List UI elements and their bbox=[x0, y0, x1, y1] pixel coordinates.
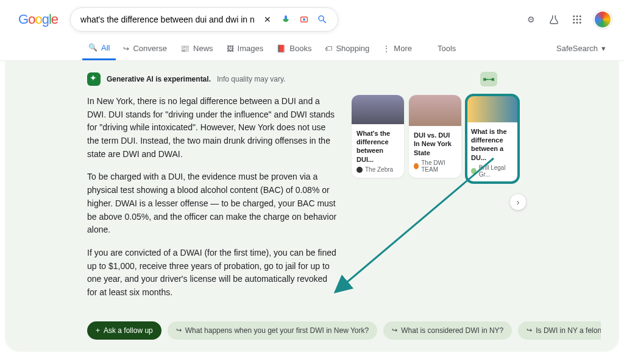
source-card[interactable]: DUI vs. DUI In New York State The DWI TE… bbox=[409, 95, 461, 178]
svg-point-10 bbox=[580, 22, 581, 24]
card-title: DUI vs. DUI In New York State bbox=[409, 126, 461, 159]
search-tabs: 🔍All ↪Converse 📰News 🖼Images 📕Books 🏷Sho… bbox=[0, 37, 624, 61]
tab-all[interactable]: 🔍All bbox=[82, 37, 116, 60]
source-card-highlighted[interactable]: What is the difference between a DU... B… bbox=[466, 95, 519, 183]
followup-chip[interactable]: ↪Is DWI in NY a felony bbox=[518, 321, 601, 340]
followup-chip[interactable]: ↪What happens when you get your first DW… bbox=[168, 321, 377, 340]
followup-chip[interactable]: ↪What is considered DWI in NY? bbox=[383, 321, 512, 340]
search-icon[interactable] bbox=[317, 14, 328, 25]
account-avatar[interactable] bbox=[594, 10, 612, 29]
card-image bbox=[352, 95, 404, 124]
tab-more[interactable]: ⋮More bbox=[377, 37, 418, 60]
svg-point-9 bbox=[576, 22, 578, 24]
tab-news[interactable]: 📰News bbox=[174, 37, 219, 60]
card-source: The DWI TEAM bbox=[409, 159, 461, 178]
followup-chips: +Ask a follow up ↪What happens when you … bbox=[87, 321, 601, 340]
card-title: What's the difference between DUI... bbox=[352, 124, 404, 166]
settings-icon[interactable]: ⚙ bbox=[524, 13, 537, 26]
tab-shopping[interactable]: 🏷Shopping bbox=[319, 37, 375, 60]
tab-images[interactable]: 🖼Images bbox=[221, 37, 270, 60]
labs-icon[interactable] bbox=[547, 13, 561, 26]
source-cards: What's the difference between DUI... The… bbox=[352, 95, 519, 309]
svg-point-3 bbox=[576, 15, 578, 17]
search-input[interactable] bbox=[80, 15, 255, 24]
favicon-icon bbox=[471, 168, 477, 174]
lens-icon[interactable] bbox=[299, 14, 310, 25]
sge-collapse-button[interactable]: ⇤⇥ bbox=[480, 72, 497, 86]
sge-badge-bold: Generative AI is experimental. bbox=[107, 75, 211, 83]
google-logo[interactable]: Google bbox=[18, 12, 58, 27]
card-image bbox=[466, 95, 519, 122]
source-card[interactable]: What's the difference between DUI... The… bbox=[352, 95, 404, 178]
sge-answer-text: In New York, there is no legal differenc… bbox=[87, 95, 337, 309]
clear-icon[interactable]: ✕ bbox=[262, 14, 273, 25]
card-source: Brill Legal Gr... bbox=[466, 164, 519, 183]
tab-tools[interactable]: Tools bbox=[431, 37, 462, 60]
tab-books[interactable]: 📕Books bbox=[271, 37, 317, 60]
card-source: The Zebra bbox=[352, 166, 404, 178]
favicon-icon bbox=[414, 163, 419, 169]
search-bar[interactable]: ✕ bbox=[70, 7, 338, 32]
sparkle-icon bbox=[87, 72, 101, 86]
safesearch-toggle[interactable]: SafeSearch▾ bbox=[556, 44, 606, 53]
svg-point-4 bbox=[580, 15, 581, 17]
generative-ai-panel: Generative AI is experimental. Info qual… bbox=[5, 61, 619, 352]
voice-search-icon[interactable] bbox=[280, 14, 291, 25]
svg-point-2 bbox=[573, 15, 575, 17]
apps-icon[interactable] bbox=[570, 13, 584, 26]
svg-point-5 bbox=[573, 19, 575, 21]
card-title: What is the difference between a DU... bbox=[466, 122, 519, 164]
card-image bbox=[409, 95, 461, 126]
svg-point-6 bbox=[576, 19, 578, 21]
svg-point-0 bbox=[303, 18, 305, 21]
tab-converse[interactable]: ↪Converse bbox=[117, 37, 173, 60]
sge-badge-rest: Info quality may vary. bbox=[217, 75, 286, 83]
favicon-icon bbox=[356, 167, 363, 173]
svg-point-7 bbox=[580, 19, 581, 21]
svg-point-8 bbox=[573, 22, 575, 24]
cards-next-button[interactable]: › bbox=[510, 194, 526, 210]
ask-followup-button[interactable]: +Ask a follow up bbox=[87, 321, 161, 340]
